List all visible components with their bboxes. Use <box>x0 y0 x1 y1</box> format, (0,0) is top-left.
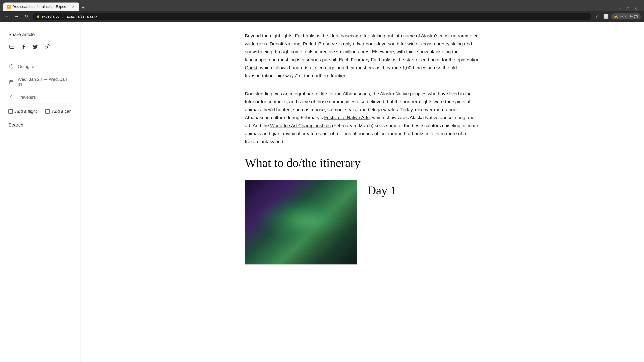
add-flight-label: Add a flight <box>15 109 37 114</box>
add-car-checkbox[interactable] <box>45 109 50 114</box>
browser-chrome: ✈ You searched for alaska - Exped... ✕ +… <box>0 0 644 22</box>
tab-close-button[interactable]: ✕ <box>72 5 76 9</box>
paragraph-1-end: , which follows hundreds of sled dogs an… <box>245 65 457 78</box>
tab-favicon: ✈ <box>7 5 11 9</box>
search-button-label: Search <box>8 122 23 128</box>
back-button[interactable]: ← <box>3 13 10 20</box>
window-controls: ─ ⊡ ✕ <box>618 6 641 11</box>
main-content[interactable]: Beyond the night lights, Fairbanks is th… <box>80 22 644 362</box>
facebook-share-icon[interactable] <box>20 43 27 50</box>
bookmark-button[interactable]: ☆ <box>594 13 601 20</box>
svg-rect-2 <box>10 80 13 84</box>
location-icon <box>8 64 14 69</box>
going-to-text: Going to <box>18 64 34 69</box>
add-flight-checkbox[interactable] <box>8 109 13 114</box>
incognito-label: Incognito (2) <box>619 14 638 18</box>
calendar-icon <box>8 80 14 84</box>
copy-link-icon[interactable] <box>44 43 51 50</box>
address-bar[interactable]: 🔒 expedia.com/magazine/?s=alaska <box>32 13 591 20</box>
add-car-checkbox-label[interactable]: Add a car <box>45 109 70 114</box>
denali-link[interactable]: Denali National Park & Preserve <box>270 41 337 46</box>
content-grid: Day 1 <box>245 180 480 265</box>
share-article-label: Share article <box>8 32 72 37</box>
url-text: expedia.com/magazine/?s=alaska <box>42 14 588 18</box>
nav-actions: ☆ ⬜ 🕵 Incognito (2) <box>594 13 641 20</box>
close-button[interactable]: ✕ <box>634 6 637 11</box>
sidebar-toggle-button[interactable]: ⬜ <box>602 13 610 20</box>
going-to-field[interactable]: Going to <box>8 60 72 73</box>
incognito-icon: 🕵 <box>614 14 618 18</box>
search-arrow-icon: › <box>25 123 26 127</box>
svg-rect-0 <box>10 45 14 48</box>
sidebar: Share article <box>0 22 80 362</box>
social-icons <box>8 43 72 50</box>
paragraph-2: Dog sledding was an integral part of lif… <box>245 90 480 146</box>
maximize-button[interactable]: ⊡ <box>626 6 629 11</box>
add-car-label: Add a car <box>52 109 70 114</box>
dates-field[interactable]: Wed, Jan 24 → Wed, Jan 31 <box>8 73 72 91</box>
travelers-text: Travelers <box>18 95 36 100</box>
email-share-icon[interactable] <box>8 43 16 50</box>
twitter-share-icon[interactable] <box>32 43 39 50</box>
svg-point-1 <box>11 66 12 67</box>
tab-bar: ✈ You searched for alaska - Exped... ✕ +… <box>0 0 644 11</box>
travelers-icon <box>8 95 14 100</box>
booking-checkboxes: Add a flight Add a car <box>8 104 72 119</box>
reload-button[interactable]: ↻ <box>23 13 30 20</box>
aurora-image <box>245 180 357 265</box>
forward-button[interactable]: → <box>13 13 20 20</box>
active-tab[interactable]: ✈ You searched for alaska - Exped... ✕ <box>3 2 79 11</box>
svg-point-6 <box>10 95 12 97</box>
new-tab-button[interactable]: + <box>80 4 87 11</box>
search-button[interactable]: Search › <box>8 121 72 129</box>
minimize-button[interactable]: ─ <box>618 6 621 11</box>
day-1-container: Day 1 <box>367 180 480 197</box>
nav-bar: ← → ↻ 🔒 expedia.com/magazine/?s=alaska ☆… <box>0 11 644 22</box>
travelers-field[interactable]: Travelers <box>8 91 72 104</box>
festival-link[interactable]: Festival of Native Arts <box>324 115 370 120</box>
paragraph-1: Beyond the night lights, Fairbanks is th… <box>245 32 480 80</box>
tab-title: You searched for alaska - Exped... <box>13 4 70 9</box>
booking-widget: Going to Wed, Jan 24 → Wed, Jan 31 <box>8 60 72 129</box>
page-content: Share article <box>0 22 644 362</box>
world-ice-link[interactable]: World Ice Art Championships <box>270 123 331 128</box>
lock-icon: 🔒 <box>36 14 40 18</box>
add-flight-checkbox-label[interactable]: Add a flight <box>8 109 37 114</box>
article-body: Beyond the night lights, Fairbanks is th… <box>245 32 480 265</box>
section-heading: What to do/the itinerary <box>245 156 480 170</box>
dates-text: Wed, Jan 24 → Wed, Jan 31 <box>18 77 72 87</box>
day-1-label: Day 1 <box>367 180 480 197</box>
incognito-badge: 🕵 Incognito (2) <box>611 13 641 19</box>
